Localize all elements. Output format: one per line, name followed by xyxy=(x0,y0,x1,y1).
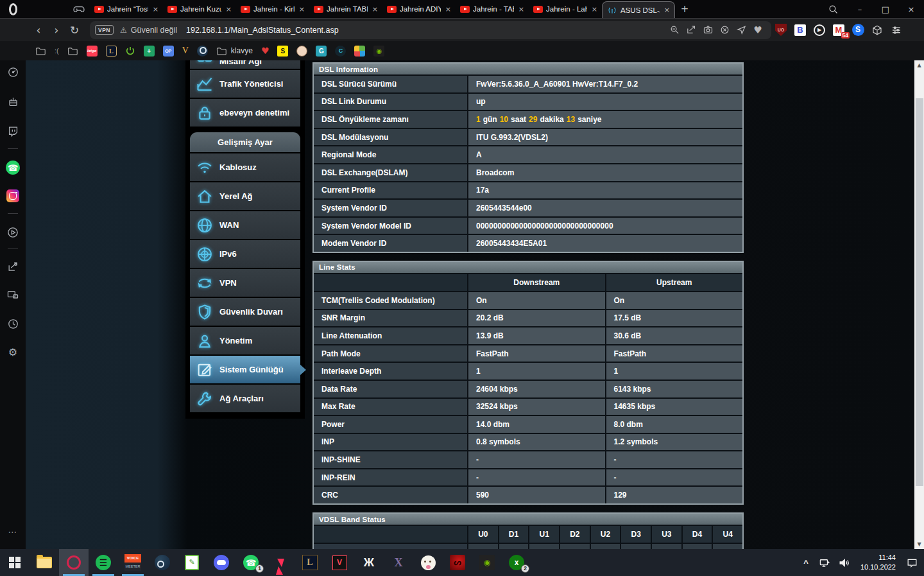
forward-button[interactable]: › xyxy=(47,24,65,37)
nav-item-guvenlik-duvari[interactable]: Güvenlik Duvarı xyxy=(190,298,300,326)
pinboards-icon[interactable] xyxy=(0,257,26,276)
settings-gear-icon[interactable]: ⚙ xyxy=(0,342,26,362)
tab-youtube-3[interactable]: Jahrein - Kirli Ke × xyxy=(236,1,309,17)
nav-item-kablosuz[interactable]: Kablosuz xyxy=(190,153,300,181)
nav-item-trafik-yoneticisi[interactable]: Trafik Yöneticisi xyxy=(190,70,300,98)
maximize-button[interactable]: □ xyxy=(873,0,898,18)
zoom-icon[interactable] xyxy=(666,24,683,35)
bookmark-face[interactable] xyxy=(296,46,307,57)
cube-extension-icon[interactable] xyxy=(868,24,887,36)
player-extension-icon[interactable]: ▶ xyxy=(810,24,829,36)
snapshot-camera-icon[interactable] xyxy=(699,24,716,35)
nav-item-sistem-gunlugu-selected[interactable]: Sistem Günlüğü xyxy=(190,356,300,383)
taskbar-medal[interactable] xyxy=(266,549,295,576)
sidebar-settings-icon[interactable] xyxy=(887,24,906,36)
bookmark-power[interactable] xyxy=(125,46,135,56)
blocked-content-icon[interactable] xyxy=(716,24,733,35)
tab-close-icon[interactable]: × xyxy=(663,6,671,14)
bookmark-sad-face[interactable]: :( xyxy=(55,47,59,55)
taskbar-voicemeeter[interactable]: VOICEMEETER xyxy=(118,549,148,576)
minimize-button[interactable]: – xyxy=(847,0,873,18)
taskbar-explorer[interactable] xyxy=(30,549,59,576)
scroll-down-arrow[interactable]: ▼ xyxy=(914,539,924,549)
reload-button[interactable]: ↻ xyxy=(65,24,83,37)
back-button[interactable]: ‹ xyxy=(30,24,47,37)
bookmark-league[interactable]: L xyxy=(106,46,117,57)
bookmark-folder-2[interactable] xyxy=(67,46,78,56)
nav-item-ag-araclari[interactable]: Ağ Araçları xyxy=(190,385,300,412)
taskbar-red-dragon[interactable]: ᔕ xyxy=(443,549,472,576)
nav-item-wan[interactable]: WAN xyxy=(190,211,300,239)
favorite-heart-icon[interactable]: ♥ xyxy=(749,24,766,36)
tab-asus-active[interactable]: ASUS DSL-AC750 × xyxy=(602,1,675,18)
nav-item-vpn[interactable]: VPN xyxy=(190,269,300,297)
tab-close-icon[interactable]: × xyxy=(590,5,599,13)
taskbar-notepad[interactable]: ✎ xyxy=(177,549,207,576)
bookmark-opgg[interactable]: OP xyxy=(163,46,174,57)
tab-close-icon[interactable]: × xyxy=(371,5,379,13)
bookmark-klavye-folder[interactable]: klavye xyxy=(216,46,253,56)
tab-close-icon[interactable]: × xyxy=(298,5,306,13)
taskbar-white-app[interactable]: Ж xyxy=(354,549,384,576)
nav-item-ipv6[interactable]: IPv6 xyxy=(190,240,300,268)
not-secure-label[interactable]: Güvenli değil xyxy=(131,26,177,35)
tab-youtube-6[interactable]: Jahrein - TABLAD × xyxy=(456,1,529,17)
tab-close-icon[interactable]: × xyxy=(517,5,526,13)
taskbar-valorant[interactable]: V xyxy=(325,549,354,576)
my-flow-icon[interactable] xyxy=(0,285,26,304)
sidebar-overflow-icon[interactable]: ⋯ xyxy=(0,522,26,541)
bookmark-dark-circle[interactable]: C xyxy=(335,46,346,57)
nav-item-ebeveyn-denetimi[interactable]: ebeveyn denetimi xyxy=(190,99,300,127)
instagram-icon[interactable] xyxy=(0,186,26,205)
bookmark-g-shield[interactable]: G xyxy=(316,46,327,57)
tab-close-icon[interactable]: × xyxy=(225,5,233,13)
tab-youtube-2[interactable]: Jahrein Kuzu Yün × xyxy=(163,1,236,17)
taskbar-steam[interactable] xyxy=(148,549,177,576)
taskbar-nvidia[interactable]: ◉ xyxy=(472,549,502,576)
bookmark-letgo[interactable]: letgo xyxy=(87,46,98,57)
tray-chevron-icon[interactable]: ^ xyxy=(798,549,814,576)
gmail-extension-icon[interactable]: M 54 xyxy=(829,24,848,36)
taskbar-league[interactable]: L xyxy=(295,549,325,576)
twitch-icon[interactable] xyxy=(0,121,26,141)
bookmark-steam[interactable] xyxy=(197,46,208,57)
scroll-up-arrow[interactable]: ▲ xyxy=(914,60,924,70)
taskbar-poro[interactable] xyxy=(413,549,443,576)
share-icon[interactable] xyxy=(683,24,699,35)
gx-control-icon[interactable] xyxy=(0,62,26,82)
bookmark-folder[interactable] xyxy=(35,46,46,56)
flow-send-icon[interactable] xyxy=(733,24,749,35)
opera-menu-button[interactable] xyxy=(0,3,26,15)
nav-item-yonetim[interactable]: Yönetim xyxy=(190,327,300,354)
start-button[interactable] xyxy=(0,549,30,576)
gx-cleaner-icon[interactable] xyxy=(0,92,26,111)
tab-close-icon[interactable]: × xyxy=(444,5,452,13)
player-icon[interactable] xyxy=(0,223,26,242)
taskbar-spotify[interactable] xyxy=(89,549,118,576)
tab-youtube-5[interactable]: Jahrein ADIYAMA × xyxy=(382,1,456,17)
tab-youtube-1[interactable]: Jahrein “Tost × xyxy=(90,1,163,17)
tray-clock[interactable]: 11:44 10.10.2022 xyxy=(855,553,901,572)
bookmark-sheets[interactable]: + xyxy=(144,46,155,57)
bookmark-pinwheel[interactable] xyxy=(354,46,365,57)
bookmark-heart[interactable]: ♥ xyxy=(261,46,270,56)
nav-item-misafir-agi-cut[interactable]: Misafir Ağı xyxy=(190,60,300,69)
tab-youtube-4[interactable]: Jahrein TABLADA × xyxy=(309,1,382,17)
action-center-icon[interactable] xyxy=(903,549,920,576)
bitwarden-extension-icon[interactable]: B xyxy=(791,24,810,36)
new-tab-button[interactable]: + xyxy=(675,3,694,15)
bookmark-sahibinden[interactable]: S xyxy=(277,46,288,57)
ublock-extension-icon[interactable]: UO xyxy=(771,24,791,36)
history-icon[interactable] xyxy=(0,314,26,333)
close-window-button[interactable]: × xyxy=(898,0,924,18)
whatsapp-icon[interactable]: ☎ xyxy=(0,158,26,177)
gx-corner-icon[interactable] xyxy=(68,3,90,15)
bookmark-vanguard[interactable]: V xyxy=(182,46,189,56)
taskbar-xbox[interactable]: x 2 xyxy=(502,549,531,576)
taskbar-opera-gx[interactable] xyxy=(59,549,89,576)
taskbar-whatsapp[interactable]: ☎ 1 xyxy=(236,549,266,576)
taskbar-x-app[interactable]: X xyxy=(384,549,413,576)
address-bar[interactable]: VPN ⚠ Güvenli değil 192.168.1.1/Main_Ads… xyxy=(90,21,771,39)
shazam-extension-icon[interactable]: S xyxy=(848,24,868,36)
nav-item-yerel-ag[interactable]: Yerel Ağ xyxy=(190,182,300,210)
